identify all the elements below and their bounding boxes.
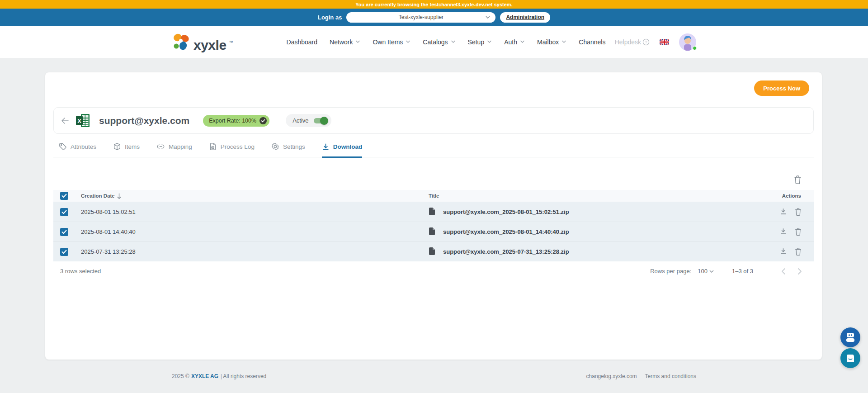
table-header-row: Creation Date Title Actions xyxy=(53,190,814,202)
uk-flag-icon[interactable] xyxy=(660,39,669,45)
gear-icon xyxy=(271,142,279,151)
logo[interactable]: xyxle ™ xyxy=(172,33,233,51)
nav-label: Own Items xyxy=(373,38,403,46)
column-label: Actions xyxy=(782,193,801,199)
trash-icon xyxy=(794,247,802,256)
helpdesk-label: Helpdesk xyxy=(615,38,641,46)
chevron-down-icon xyxy=(520,40,525,43)
toggle-knob xyxy=(320,117,328,125)
sort-desc-icon xyxy=(117,193,122,199)
download-icon xyxy=(322,143,330,151)
download-file-button[interactable] xyxy=(779,208,787,216)
environment-banner: You are currently browsing the testchann… xyxy=(0,0,868,9)
changelog-link[interactable]: changelog.xyxle.com xyxy=(586,373,637,379)
copyright-year: 2025 © xyxy=(172,373,189,379)
login-as-label: Login as xyxy=(318,14,342,21)
nav-item-own-items[interactable]: Own Items xyxy=(373,38,410,46)
channel-header: X support@xyxle.com Export Rate: 100% Ac… xyxy=(53,107,814,134)
tab-process-log[interactable]: Process Log xyxy=(209,142,255,158)
user-avatar[interactable] xyxy=(679,33,696,51)
tab-attributes[interactable]: Attributes xyxy=(59,142,96,158)
previous-page-button[interactable] xyxy=(781,268,785,275)
column-label: Creation Date xyxy=(81,193,115,199)
column-header-creation-date[interactable]: Creation Date xyxy=(81,193,429,199)
tab-mapping[interactable]: Mapping xyxy=(156,142,192,158)
check-icon xyxy=(61,210,67,214)
table-row[interactable]: 2025-08-01 14:40:40 support@xyxle.com_20… xyxy=(53,222,814,241)
link-icon xyxy=(156,142,165,151)
nav-item-channels[interactable]: Channels xyxy=(579,38,605,46)
trash-icon xyxy=(794,227,802,236)
main-nav: Dashboard Network Own Items Catalogs Set… xyxy=(287,38,606,46)
file-title: support@xyxle.com_2025-07-31_13:25:28.zi… xyxy=(443,248,569,255)
nav-item-dashboard[interactable]: Dashboard xyxy=(287,38,318,46)
download-icon xyxy=(779,247,787,255)
tab-items[interactable]: Items xyxy=(113,142,140,158)
arrow-left-icon xyxy=(61,117,69,124)
tab-label: Settings xyxy=(283,143,305,150)
delete-file-button[interactable] xyxy=(794,247,802,256)
nav-item-catalogs[interactable]: Catalogs xyxy=(423,38,455,46)
terms-link[interactable]: Terms and conditions xyxy=(645,373,696,379)
download-file-button[interactable] xyxy=(779,227,787,236)
active-toggle-pill[interactable]: Active xyxy=(286,114,331,127)
footer-divider: | xyxy=(221,373,222,379)
select-all-checkbox[interactable] xyxy=(60,192,68,200)
svg-text:X: X xyxy=(77,118,81,124)
administration-link[interactable]: Administration xyxy=(500,12,550,23)
rows-per-page-select[interactable]: 100 xyxy=(698,268,714,275)
tab-label: Process Log xyxy=(221,143,255,150)
download-icon xyxy=(779,208,787,215)
environment-banner-text: You are currently browsing the testchann… xyxy=(355,2,512,7)
creation-date-cell: 2025-08-01 14:40:40 xyxy=(81,228,429,235)
question-circle-icon: ? xyxy=(642,38,650,46)
table-row[interactable]: 2025-08-01 15:02:51 support@xyxle.com_20… xyxy=(53,202,814,222)
back-button[interactable] xyxy=(61,117,69,124)
nav-item-setup[interactable]: Setup xyxy=(468,38,492,46)
export-rate-badge: Export Rate: 100% xyxy=(203,115,269,127)
check-circle-icon xyxy=(259,117,267,124)
chevron-down-icon xyxy=(486,16,490,19)
process-now-button[interactable]: Process Now xyxy=(754,80,809,96)
nav-label: Auth xyxy=(504,38,517,46)
active-label: Active xyxy=(292,117,308,124)
helpdesk-link[interactable]: Helpdesk ? xyxy=(615,38,650,46)
row-checkbox[interactable] xyxy=(60,228,68,236)
page-footer: 2025 © XYXLE AG | All rights reserved ch… xyxy=(172,373,696,379)
company-link[interactable]: XYXLE AG xyxy=(191,373,218,379)
download-file-button[interactable] xyxy=(779,247,787,256)
nav-item-network[interactable]: Network xyxy=(330,38,360,46)
logo-mark-icon xyxy=(172,33,191,51)
tab-settings[interactable]: Settings xyxy=(271,142,305,158)
nav-label: Mailbox xyxy=(537,38,559,46)
file-icon xyxy=(429,247,435,256)
app-header: xyxle ™ Dashboard Network Own Items Cata… xyxy=(0,26,868,58)
table-row[interactable]: 2025-07-31 13:25:28 support@xyxle.com_20… xyxy=(53,241,814,261)
nav-item-mailbox[interactable]: Mailbox xyxy=(537,38,566,46)
file-clock-icon xyxy=(209,142,217,151)
chevron-left-icon xyxy=(781,268,785,275)
rights-text: All rights reserved xyxy=(223,373,266,379)
chat-messenger-button[interactable] xyxy=(840,348,860,368)
bulk-delete-button[interactable] xyxy=(793,175,802,185)
row-checkbox[interactable] xyxy=(60,248,68,256)
chat-bubble-icon xyxy=(845,353,855,363)
supplier-select[interactable]: Test-xyxle-supplier xyxy=(346,12,495,23)
table-footer: 3 rows selected Rows per page: 100 1–3 o… xyxy=(53,268,814,275)
tab-download[interactable]: Download xyxy=(322,142,363,158)
assistant-bot-button[interactable] xyxy=(840,327,860,347)
trash-icon xyxy=(794,208,802,216)
chevron-down-icon xyxy=(709,270,714,273)
chevron-down-icon xyxy=(487,40,492,43)
chevron-down-icon xyxy=(406,40,410,43)
column-header-title[interactable]: Title xyxy=(429,193,746,199)
nav-item-auth[interactable]: Auth xyxy=(504,38,525,46)
delete-file-button[interactable] xyxy=(794,208,802,216)
active-toggle-switch[interactable] xyxy=(313,116,328,125)
row-checkbox[interactable] xyxy=(60,208,68,216)
excel-file-icon: X xyxy=(75,114,90,128)
next-page-button[interactable] xyxy=(798,268,802,275)
nav-label: Network xyxy=(330,38,353,46)
delete-file-button[interactable] xyxy=(794,227,802,236)
channel-title: support@xyxle.com xyxy=(99,115,189,126)
